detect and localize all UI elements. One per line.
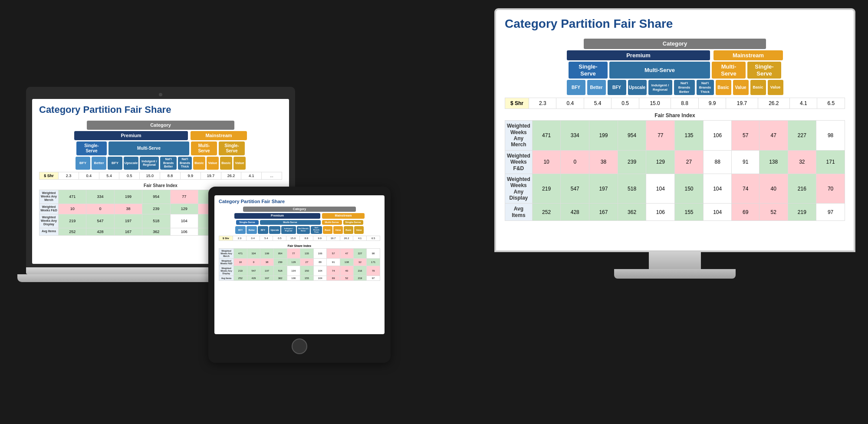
monitor-slide-title: Category Partition Fair Share [505,17,845,31]
fsi-row-label-1: Weighted Weeks F&D [505,150,533,174]
lp-leaf-6: Nat'l Brands Thick [178,157,192,169]
lp-leaf-4: Indulgent / Regional [140,157,159,169]
lp-shr-7: 19.7 [201,172,221,179]
monitor-fsi-label: Fair Share Index [505,112,845,118]
tb-leaf-8: Value [333,226,343,234]
tb-fsi-row-0: Weighted Weeks Any Merch 471 334 199 954… [219,249,380,259]
tb-fsi-row-2: Weighted Weeks Any Display 219 547 197 5… [219,266,380,276]
fsi-cell-1-5: 27 [675,150,704,174]
ms-mainstream-box: Multi-Serve [712,62,746,79]
lp-ss2-box: Single-Serve [219,141,245,155]
laptop-hierarchy: Category Premium Mainstream Single-Serve… [39,121,282,170]
fsi-cell-0-0: 471 [532,121,561,151]
ms-premium-box: Multi-Serve [609,62,710,79]
fsi-cell-2-6: 104 [703,174,732,204]
lp-mainstream-box: Mainstream [191,131,247,140]
lp-shr-3: 0.5 [119,172,140,179]
shr-label-cell: $ Shr [505,98,529,109]
tb-leaf-0: BFY [235,226,246,234]
fsi-cell-0-10: 98 [816,121,845,151]
lp-shr-10: ... [262,172,282,179]
fsi-cell-0-8: 47 [759,121,788,151]
tb-premium: Premium [234,213,320,218]
lp-leaf-5: Nat'l Brands Better [160,157,177,169]
fsi-cell-2-5: 150 [675,174,704,204]
tb-leaf-6: Nat'l Brands Thick [311,226,322,234]
monitor-screen: Category Partition Fair Share Category P… [495,9,855,252]
lp-leaf-1: Better [92,157,106,169]
fsi-cell-2-4: 104 [646,174,675,204]
fsi-cell-0-4: 77 [646,121,675,151]
premium-box: Premium [567,50,710,61]
fsi-cell-3-7: 69 [732,204,759,221]
shr-val-3: 0.5 [612,98,639,109]
fsi-row-label-3: Avg Items [505,204,533,221]
tb-fsi-table: Weighted Weeks Any Merch 471 334 199 954… [219,248,380,281]
lp-leaf-7: Basic [193,157,205,169]
monitor-base [614,269,736,279]
leaf-value2: Value [768,80,783,95]
tb-fsi-label: Fair Share Index [219,244,380,247]
fsi-cell-1-1: 0 [561,150,589,174]
lp-shr-0: 2.3 [59,172,79,179]
mainstream-box: Mainstream [713,50,783,61]
leaf-better: Better [587,80,606,95]
monitor-fsi-table: Weighted Weeks Any Merch 471 334 199 954… [505,120,845,221]
tablet-home-button[interactable] [292,339,307,354]
tb-fsi-row-3: Avg Items 252 429 167 362 106 155 104 69… [219,276,380,281]
lp-leaf-2: BFY [108,157,122,169]
lp-fsi-lbl-0: Weighted Weeks Any Merch [39,190,59,204]
fsi-cell-3-0: 252 [532,204,561,221]
fsi-row-label-2: Weighted Weeks Any Display [505,174,533,204]
tablet-bezel: Category Partition Fair Share Category P… [208,187,391,363]
lp-category-box: Category [87,121,234,130]
lp-shr-2: 5.4 [99,172,119,179]
tb-fsi-row-1: Weighted Weeks F&D 10 0 38 239 129 27 88… [219,259,380,266]
ss-premium-box: Single-Serve [569,62,608,79]
tb-ms: Multi-Serve [260,220,321,225]
fsi-row-0: Weighted Weeks Any Merch 471 334 199 954… [505,121,845,151]
fsi-row-label-0: Weighted Weeks Any Merch [505,121,533,151]
shr-val-2: 5.4 [584,98,611,109]
fsi-cell-0-1: 334 [561,121,589,151]
lp-shr-4: 15.0 [140,172,160,179]
leaf-indulgent: Indulgent / Regional [648,80,672,95]
tb-leaf-1: Better [247,226,257,234]
lp-leaf-10: Value [233,157,246,169]
tablet-slide-title: Category Partition Fair Share [219,199,380,204]
tb-ss: Single-Serve [236,220,259,225]
lp-shr-label: $ Shr [39,172,59,179]
fsi-cell-0-7: 57 [732,121,759,151]
fsi-cell-3-2: 167 [589,204,618,221]
tb-leaf-2: BFY [258,226,268,234]
fsi-cell-3-1: 428 [561,204,589,221]
tablet-hierarchy: Category Premium Mainstream Single-Serve… [219,207,380,234]
tb-shr-label: $ Shr [219,236,233,241]
lp-fsi-lbl-3: Avg Items [39,228,59,235]
laptop-camera [159,93,162,96]
tablet-screen: Category Partition Fair Share Category P… [214,195,385,334]
leaf-value1: Value [733,80,749,95]
tb-leaf-5: Nat'l Brands Better [297,226,310,234]
lp-leaf-8: Value [207,157,219,169]
shr-val-6: 9.9 [698,98,726,109]
category-box: Category [584,39,766,49]
tb-leaf-4: Indulgent / Regional [281,226,296,234]
fsi-cell-1-7: 91 [732,150,759,174]
lp-ms-box: Multi-Serve [108,141,189,155]
leaf-bfy1: BFY [567,80,585,95]
lp-leaf-3: Upscale [124,157,138,169]
fsi-cell-2-9: 216 [788,174,816,204]
fsi-cell-0-9: 227 [788,121,816,151]
lp-fsi-lbl-2: Weighted Weeks Any Display [39,214,59,228]
lp-premium-box: Premium [74,131,188,140]
shr-val-0: 2.3 [529,98,556,109]
fsi-cell-2-3: 518 [618,174,646,204]
lp-shr-1: 0.4 [79,172,99,179]
leaf-bfy2: BFY [608,80,626,95]
tablet-slide: Category Partition Fair Share Category P… [214,195,385,334]
fsi-cell-3-10: 97 [816,204,845,221]
monitor-slide: Category Partition Fair Share Category P… [496,10,854,250]
shr-val-4: 15.0 [639,98,671,109]
monitor-hierarchy: Category Premium Mainstream Single-Serve… [505,39,845,95]
